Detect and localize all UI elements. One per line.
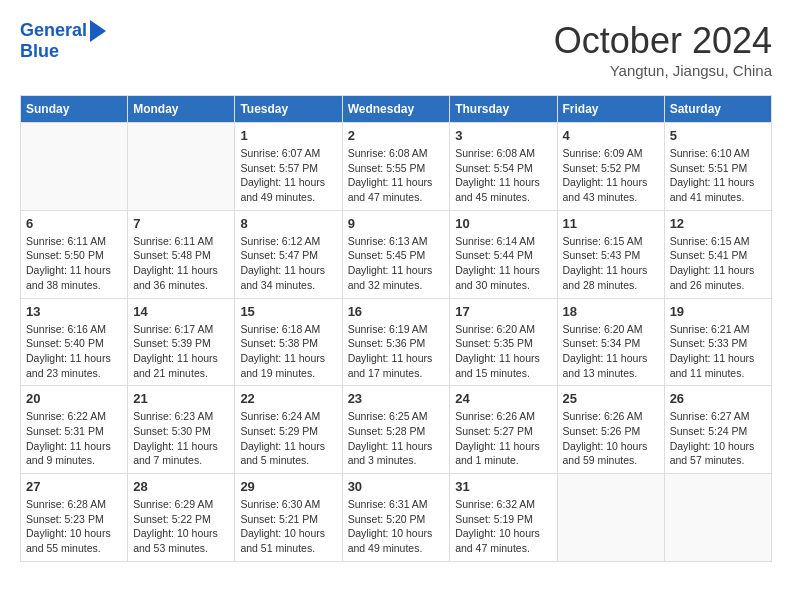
calendar-cell: 8Sunrise: 6:12 AM Sunset: 5:47 PM Daylig… bbox=[235, 210, 342, 298]
day-info: Sunrise: 6:13 AM Sunset: 5:45 PM Dayligh… bbox=[348, 234, 445, 293]
calendar-cell: 22Sunrise: 6:24 AM Sunset: 5:29 PM Dayli… bbox=[235, 386, 342, 474]
day-info: Sunrise: 6:28 AM Sunset: 5:23 PM Dayligh… bbox=[26, 497, 122, 556]
calendar-cell: 7Sunrise: 6:11 AM Sunset: 5:48 PM Daylig… bbox=[128, 210, 235, 298]
day-number: 8 bbox=[240, 216, 336, 231]
day-info: Sunrise: 6:31 AM Sunset: 5:20 PM Dayligh… bbox=[348, 497, 445, 556]
day-number: 16 bbox=[348, 304, 445, 319]
day-info: Sunrise: 6:23 AM Sunset: 5:30 PM Dayligh… bbox=[133, 409, 229, 468]
day-number: 6 bbox=[26, 216, 122, 231]
day-number: 18 bbox=[563, 304, 659, 319]
day-number: 20 bbox=[26, 391, 122, 406]
day-number: 5 bbox=[670, 128, 766, 143]
calendar-week-5: 27Sunrise: 6:28 AM Sunset: 5:23 PM Dayli… bbox=[21, 474, 772, 562]
day-number: 30 bbox=[348, 479, 445, 494]
month-title: October 2024 bbox=[554, 20, 772, 62]
day-info: Sunrise: 6:11 AM Sunset: 5:50 PM Dayligh… bbox=[26, 234, 122, 293]
day-number: 10 bbox=[455, 216, 551, 231]
calendar-cell: 10Sunrise: 6:14 AM Sunset: 5:44 PM Dayli… bbox=[450, 210, 557, 298]
day-number: 22 bbox=[240, 391, 336, 406]
day-number: 9 bbox=[348, 216, 445, 231]
calendar-cell: 9Sunrise: 6:13 AM Sunset: 5:45 PM Daylig… bbox=[342, 210, 450, 298]
calendar-cell: 21Sunrise: 6:23 AM Sunset: 5:30 PM Dayli… bbox=[128, 386, 235, 474]
day-number: 31 bbox=[455, 479, 551, 494]
day-info: Sunrise: 6:26 AM Sunset: 5:26 PM Dayligh… bbox=[563, 409, 659, 468]
day-info: Sunrise: 6:21 AM Sunset: 5:33 PM Dayligh… bbox=[670, 322, 766, 381]
calendar-cell: 23Sunrise: 6:25 AM Sunset: 5:28 PM Dayli… bbox=[342, 386, 450, 474]
calendar-cell: 13Sunrise: 6:16 AM Sunset: 5:40 PM Dayli… bbox=[21, 298, 128, 386]
logo: General Blue bbox=[20, 20, 106, 62]
day-info: Sunrise: 6:17 AM Sunset: 5:39 PM Dayligh… bbox=[133, 322, 229, 381]
day-info: Sunrise: 6:18 AM Sunset: 5:38 PM Dayligh… bbox=[240, 322, 336, 381]
calendar-cell: 11Sunrise: 6:15 AM Sunset: 5:43 PM Dayli… bbox=[557, 210, 664, 298]
weekday-header-thursday: Thursday bbox=[450, 96, 557, 123]
calendar-cell: 28Sunrise: 6:29 AM Sunset: 5:22 PM Dayli… bbox=[128, 474, 235, 562]
day-info: Sunrise: 6:14 AM Sunset: 5:44 PM Dayligh… bbox=[455, 234, 551, 293]
day-number: 3 bbox=[455, 128, 551, 143]
day-number: 15 bbox=[240, 304, 336, 319]
logo-blue: Blue bbox=[20, 42, 59, 62]
day-number: 1 bbox=[240, 128, 336, 143]
day-info: Sunrise: 6:09 AM Sunset: 5:52 PM Dayligh… bbox=[563, 146, 659, 205]
title-block: October 2024 Yangtun, Jiangsu, China bbox=[554, 20, 772, 79]
day-info: Sunrise: 6:32 AM Sunset: 5:19 PM Dayligh… bbox=[455, 497, 551, 556]
day-info: Sunrise: 6:08 AM Sunset: 5:54 PM Dayligh… bbox=[455, 146, 551, 205]
day-info: Sunrise: 6:15 AM Sunset: 5:43 PM Dayligh… bbox=[563, 234, 659, 293]
calendar-cell: 18Sunrise: 6:20 AM Sunset: 5:34 PM Dayli… bbox=[557, 298, 664, 386]
calendar-cell: 31Sunrise: 6:32 AM Sunset: 5:19 PM Dayli… bbox=[450, 474, 557, 562]
day-number: 21 bbox=[133, 391, 229, 406]
day-info: Sunrise: 6:19 AM Sunset: 5:36 PM Dayligh… bbox=[348, 322, 445, 381]
day-number: 17 bbox=[455, 304, 551, 319]
weekday-header-monday: Monday bbox=[128, 96, 235, 123]
calendar-cell: 16Sunrise: 6:19 AM Sunset: 5:36 PM Dayli… bbox=[342, 298, 450, 386]
calendar-week-3: 13Sunrise: 6:16 AM Sunset: 5:40 PM Dayli… bbox=[21, 298, 772, 386]
calendar-cell: 15Sunrise: 6:18 AM Sunset: 5:38 PM Dayli… bbox=[235, 298, 342, 386]
calendar-cell bbox=[21, 123, 128, 211]
day-info: Sunrise: 6:16 AM Sunset: 5:40 PM Dayligh… bbox=[26, 322, 122, 381]
day-info: Sunrise: 6:07 AM Sunset: 5:57 PM Dayligh… bbox=[240, 146, 336, 205]
day-number: 25 bbox=[563, 391, 659, 406]
day-info: Sunrise: 6:26 AM Sunset: 5:27 PM Dayligh… bbox=[455, 409, 551, 468]
day-number: 19 bbox=[670, 304, 766, 319]
calendar-cell: 14Sunrise: 6:17 AM Sunset: 5:39 PM Dayli… bbox=[128, 298, 235, 386]
day-number: 12 bbox=[670, 216, 766, 231]
calendar-cell: 1Sunrise: 6:07 AM Sunset: 5:57 PM Daylig… bbox=[235, 123, 342, 211]
calendar-cell: 27Sunrise: 6:28 AM Sunset: 5:23 PM Dayli… bbox=[21, 474, 128, 562]
calendar-cell bbox=[557, 474, 664, 562]
calendar-cell: 20Sunrise: 6:22 AM Sunset: 5:31 PM Dayli… bbox=[21, 386, 128, 474]
logo-arrow-icon bbox=[90, 20, 106, 42]
location: Yangtun, Jiangsu, China bbox=[554, 62, 772, 79]
calendar-cell: 12Sunrise: 6:15 AM Sunset: 5:41 PM Dayli… bbox=[664, 210, 771, 298]
weekday-header-tuesday: Tuesday bbox=[235, 96, 342, 123]
day-number: 14 bbox=[133, 304, 229, 319]
calendar-cell: 5Sunrise: 6:10 AM Sunset: 5:51 PM Daylig… bbox=[664, 123, 771, 211]
calendar-cell: 2Sunrise: 6:08 AM Sunset: 5:55 PM Daylig… bbox=[342, 123, 450, 211]
calendar-week-4: 20Sunrise: 6:22 AM Sunset: 5:31 PM Dayli… bbox=[21, 386, 772, 474]
day-info: Sunrise: 6:25 AM Sunset: 5:28 PM Dayligh… bbox=[348, 409, 445, 468]
logo-general: General bbox=[20, 20, 87, 40]
day-info: Sunrise: 6:11 AM Sunset: 5:48 PM Dayligh… bbox=[133, 234, 229, 293]
calendar-cell: 17Sunrise: 6:20 AM Sunset: 5:35 PM Dayli… bbox=[450, 298, 557, 386]
day-number: 28 bbox=[133, 479, 229, 494]
weekday-header-wednesday: Wednesday bbox=[342, 96, 450, 123]
weekday-header-saturday: Saturday bbox=[664, 96, 771, 123]
calendar-cell bbox=[128, 123, 235, 211]
calendar-body: 1Sunrise: 6:07 AM Sunset: 5:57 PM Daylig… bbox=[21, 123, 772, 562]
calendar-cell: 6Sunrise: 6:11 AM Sunset: 5:50 PM Daylig… bbox=[21, 210, 128, 298]
calendar-cell: 26Sunrise: 6:27 AM Sunset: 5:24 PM Dayli… bbox=[664, 386, 771, 474]
day-number: 2 bbox=[348, 128, 445, 143]
day-number: 26 bbox=[670, 391, 766, 406]
calendar-cell: 25Sunrise: 6:26 AM Sunset: 5:26 PM Dayli… bbox=[557, 386, 664, 474]
day-info: Sunrise: 6:30 AM Sunset: 5:21 PM Dayligh… bbox=[240, 497, 336, 556]
logo-blue-text: Blue bbox=[20, 41, 59, 61]
day-info: Sunrise: 6:15 AM Sunset: 5:41 PM Dayligh… bbox=[670, 234, 766, 293]
calendar-cell: 19Sunrise: 6:21 AM Sunset: 5:33 PM Dayli… bbox=[664, 298, 771, 386]
day-info: Sunrise: 6:27 AM Sunset: 5:24 PM Dayligh… bbox=[670, 409, 766, 468]
day-info: Sunrise: 6:29 AM Sunset: 5:22 PM Dayligh… bbox=[133, 497, 229, 556]
calendar-cell: 30Sunrise: 6:31 AM Sunset: 5:20 PM Dayli… bbox=[342, 474, 450, 562]
calendar-cell: 4Sunrise: 6:09 AM Sunset: 5:52 PM Daylig… bbox=[557, 123, 664, 211]
calendar-cell: 3Sunrise: 6:08 AM Sunset: 5:54 PM Daylig… bbox=[450, 123, 557, 211]
day-info: Sunrise: 6:20 AM Sunset: 5:34 PM Dayligh… bbox=[563, 322, 659, 381]
weekday-header-row: SundayMondayTuesdayWednesdayThursdayFrid… bbox=[21, 96, 772, 123]
weekday-header-sunday: Sunday bbox=[21, 96, 128, 123]
day-number: 4 bbox=[563, 128, 659, 143]
